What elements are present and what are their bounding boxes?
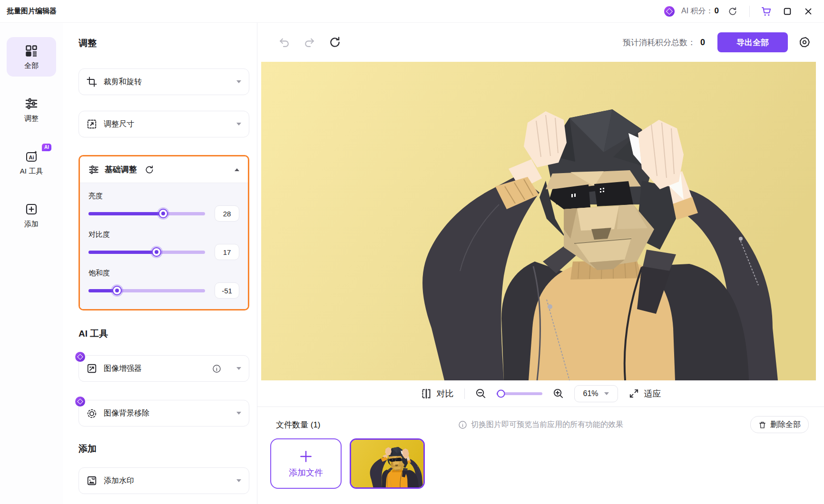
zoom-out-icon[interactable] bbox=[475, 388, 486, 399]
image-enhancer-icon bbox=[87, 363, 97, 374]
brightness-slider-group: 亮度 28 bbox=[88, 192, 239, 222]
watermark-icon bbox=[87, 475, 97, 486]
basic-adjust-title: 基础调整 bbox=[105, 164, 137, 175]
saturation-value-field[interactable]: -51 bbox=[215, 282, 239, 299]
nav-item-all[interactable]: 全部 bbox=[7, 37, 56, 77]
content-area: 预计消耗积分总数： 0 导出全部 bbox=[257, 23, 824, 504]
canvas-zoom-handle[interactable] bbox=[497, 389, 505, 397]
resize-icon bbox=[87, 119, 97, 129]
window-maximize-button[interactable] bbox=[780, 4, 795, 19]
brightness-label: 亮度 bbox=[88, 192, 239, 201]
section-add-heading: 添加 bbox=[78, 443, 249, 455]
resize-label: 调整尺寸 bbox=[104, 119, 134, 129]
files-section: 文件数量 (1) 切换图片即可预览当前应用的所有功能的效果 删除全部 添加文件 bbox=[257, 407, 824, 504]
plus-square-icon bbox=[25, 203, 38, 216]
estimate-credits-value: 0 bbox=[700, 38, 705, 48]
estimate-credits-label: 预计消耗积分总数： bbox=[623, 37, 696, 48]
basic-adjust-body: 亮度 28 对比度 bbox=[80, 183, 248, 309]
basic-adjust-header[interactable]: 基础调整 bbox=[80, 156, 248, 183]
canvas-toolbar-bottom: 对比 61% bbox=[257, 380, 824, 407]
chevron-down-icon[interactable] bbox=[236, 479, 241, 482]
tool-panel: 调整 裁剪和旋转 调整尺寸 bbox=[63, 23, 257, 504]
basic-adjust-panel: 基础调整 亮度 bbox=[78, 155, 249, 310]
refresh-credits-icon[interactable] bbox=[726, 4, 740, 19]
brightness-slider-handle[interactable] bbox=[158, 209, 168, 218]
brightness-slider[interactable] bbox=[88, 208, 205, 219]
app-window: 批量图片编辑器 AI 积分： 0 bbox=[0, 0, 824, 504]
window-close-button[interactable] bbox=[801, 4, 815, 19]
cart-icon[interactable] bbox=[759, 4, 774, 19]
contrast-label: 对比度 bbox=[88, 230, 239, 239]
sliders-icon bbox=[25, 97, 38, 110]
ai-credit-diamond-icon bbox=[664, 6, 675, 17]
delete-all-label: 删除全部 bbox=[770, 420, 801, 430]
titlebar: 批量图片编辑器 AI 积分： 0 bbox=[0, 0, 824, 23]
titlebar-divider bbox=[749, 6, 750, 17]
contrast-value-field[interactable]: 17 bbox=[215, 244, 239, 260]
image-enhancer-label: 图像增强器 bbox=[104, 364, 142, 374]
watermark-card[interactable]: 添加水印 bbox=[78, 467, 249, 494]
info-icon[interactable] bbox=[212, 364, 221, 373]
canvas-image bbox=[261, 62, 816, 380]
contrast-slider-group: 对比度 17 bbox=[88, 230, 239, 260]
compare-label: 对比 bbox=[437, 388, 454, 399]
add-file-button[interactable]: 添加文件 bbox=[270, 438, 342, 489]
chevron-down-icon bbox=[604, 392, 609, 395]
saturation-label: 饱和度 bbox=[88, 269, 239, 278]
nav-item-label: 添加 bbox=[24, 220, 39, 229]
fit-button[interactable]: 适应 bbox=[628, 388, 661, 399]
contrast-slider[interactable] bbox=[88, 247, 205, 257]
zoom-level-value: 61% bbox=[583, 389, 598, 398]
delete-all-button[interactable]: 删除全部 bbox=[750, 416, 809, 433]
nav-item-label: AI 工具 bbox=[20, 167, 43, 176]
saturation-slider-group: 饱和度 -51 bbox=[88, 269, 239, 299]
fit-label: 适应 bbox=[644, 388, 661, 399]
nav-item-add[interactable]: 添加 bbox=[7, 195, 56, 235]
ai-credits-value: 0 bbox=[715, 6, 719, 16]
crop-rotate-label: 裁剪和旋转 bbox=[104, 77, 142, 87]
chevron-down-icon[interactable] bbox=[236, 123, 241, 126]
ai-credit-dot-icon bbox=[75, 352, 85, 362]
redo-icon[interactable] bbox=[304, 37, 315, 48]
left-nav-rail: 全部 调整 AI Ai bbox=[0, 23, 63, 504]
info-icon bbox=[458, 420, 467, 429]
bg-remove-icon bbox=[87, 408, 97, 418]
chevron-up-icon[interactable] bbox=[235, 168, 239, 171]
refresh-canvas-icon[interactable] bbox=[329, 36, 341, 48]
canvas-zoom-slider[interactable] bbox=[497, 389, 542, 398]
app-title: 批量图片编辑器 bbox=[7, 7, 57, 16]
image-enhancer-card[interactable]: 图像增强器 bbox=[78, 355, 249, 382]
canvas-toolbar-top: 预计消耗积分总数： 0 导出全部 bbox=[257, 23, 824, 62]
grid-icon bbox=[25, 44, 38, 58]
nav-item-label: 全部 bbox=[24, 61, 39, 70]
brightness-value-field[interactable]: 28 bbox=[215, 205, 239, 222]
chevron-down-icon[interactable] bbox=[236, 80, 241, 83]
saturation-slider[interactable] bbox=[88, 285, 205, 296]
file-thumbnail[interactable] bbox=[350, 438, 425, 489]
zoom-in-icon[interactable] bbox=[553, 388, 564, 399]
resize-card[interactable]: 调整尺寸 bbox=[78, 111, 249, 137]
gear-icon[interactable] bbox=[798, 36, 811, 48]
nav-item-adjust[interactable]: 调整 bbox=[7, 90, 56, 129]
plus-icon bbox=[298, 449, 314, 464]
nav-item-ai-tools[interactable]: AI Ai AI 工具 bbox=[7, 143, 56, 182]
reset-icon[interactable] bbox=[145, 165, 154, 174]
export-all-button[interactable]: 导出全部 bbox=[717, 32, 788, 52]
section-ai-heading: AI 工具 bbox=[78, 328, 249, 340]
section-adjust-heading: 调整 bbox=[78, 37, 249, 49]
bg-remove-card[interactable]: 图像背景移除 bbox=[78, 400, 249, 426]
undo-icon[interactable] bbox=[278, 37, 290, 48]
watermark-label: 添加水印 bbox=[104, 476, 134, 486]
saturation-slider-handle[interactable] bbox=[112, 286, 122, 295]
crop-rotate-card[interactable]: 裁剪和旋转 bbox=[78, 68, 249, 95]
nav-item-label: 调整 bbox=[24, 114, 39, 123]
ai-tools-icon: Ai bbox=[25, 150, 38, 163]
canvas-area bbox=[257, 62, 824, 380]
contrast-slider-handle[interactable] bbox=[152, 247, 161, 257]
zoom-level-dropdown[interactable]: 61% bbox=[574, 385, 618, 402]
files-hint-text: 切换图片即可预览当前应用的所有功能的效果 bbox=[471, 420, 623, 430]
compare-button[interactable]: 对比 bbox=[421, 388, 454, 399]
file-thumbnail-image bbox=[351, 440, 423, 487]
chevron-down-icon[interactable] bbox=[236, 367, 241, 370]
chevron-down-icon[interactable] bbox=[236, 412, 241, 415]
